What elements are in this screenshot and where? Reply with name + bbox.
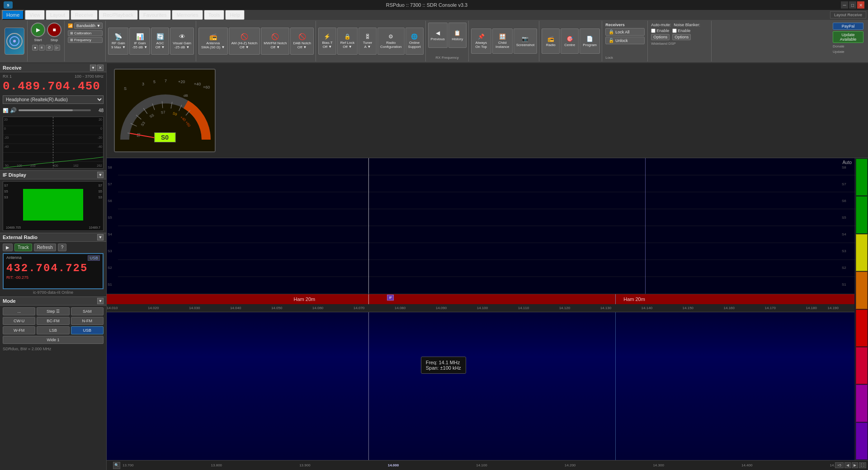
svg-text:+20: +20 [178,80,185,84]
menu-favourites[interactable]: Favourites [139,10,171,20]
support-section: PayPal UpdateAvailable Donate Update [830,21,866,61]
auto-mute-enable[interactable] [651,28,656,33]
online-support-button[interactable]: 🌐 OnlineSupport [406,28,424,55]
freq-tooltip: Freq: 14.1 MHz Span: ±100 kHz [421,357,466,374]
maximize-button[interactable]: □ [849,1,856,9]
ext-status: ic-9700-data-rit Online [3,290,104,295]
always-on-top-button[interactable]: 📌 AlwaysOn Top [471,28,491,54]
bias-t-button[interactable]: ⚡ Bias-TOff ▼ [318,28,336,55]
rx-info: RX 1 100 - 3700 MHz 0.489.704.450 Headph… [0,72,106,107]
external-radio-header: External Radio ▼ [0,233,106,242]
history-button[interactable]: 📋 History [448,23,467,48]
bandwidth-dropdown[interactable]: Bandwidth ▼ [74,23,103,29]
menu-layout[interactable]: Layout [46,10,70,20]
spectrum-display[interactable]: S8 S7 S6 S5 S4 S3 S2 S1 S8 S7 S6 S5 S4 S… [107,158,868,460]
mode-btn-nfm[interactable]: N-FM [71,317,104,325]
rx-frequency: 0.489.704.450 [3,80,104,93]
timer-button[interactable]: ⏱ [46,45,53,51]
freq-zoom-icon[interactable]: 🔍 [113,462,120,469]
menu-tools[interactable]: Tools [204,10,225,20]
external-radio-minimize[interactable]: ▼ [97,234,104,240]
start-button[interactable]: ▶ [31,23,45,37]
dab-notch-button[interactable]: 🚫 DAB NotchOff ▼ [290,28,314,55]
record-button[interactable]: ● [32,45,38,51]
smeter-area: S1 S3 S5 S7 S9 +40 +60 dB S [107,63,868,158]
radio-config-button[interactable]: ⚙ RadioConfiguration [377,28,405,55]
menu-memories[interactable]: Memories [172,10,203,20]
mode-btn-wide1[interactable]: Wide 1 [3,336,104,344]
mode-btn-misc[interactable]: ... [3,307,35,315]
schedule-button[interactable]: ≡ [39,45,45,51]
audio-device-select[interactable]: Headphone (Realtek(R) Audio) [3,95,104,104]
frequency-button[interactable]: ⊞Frequency [68,37,103,43]
visual-gain-button[interactable]: 👁 Visual Gain-25 dB ▼ [170,28,194,55]
tuner-button[interactable]: 🎛 TunerA ▼ [359,28,377,55]
mwfm-notch-button[interactable]: 🚫 MW/FM NotchOff ▼ [261,28,289,55]
spectrum-graph: S8 S7 S6 S5 S4 S3 S2 S1 S8 S7 S6 S5 S4 S… [107,158,854,294]
mode-panel-minimize[interactable]: ▼ [97,298,104,304]
scroll-left-button[interactable]: ◀ [844,462,851,468]
am-notch-button[interactable]: 🚫 AM (Hi-Z) NotchOff ▼ [229,28,260,55]
zoom-x5-button[interactable]: ×5 [835,462,844,468]
misc-section: ⚡ Bias-TOff ▼ 🔒 Ref LockOff ▼ 🎛 TunerA ▼… [316,21,426,61]
update-button[interactable]: UpdateAvailable [833,31,863,43]
svg-point-2 [13,40,16,42]
auto-mute-label: Auto-mute: [651,23,671,27]
if-gain-button[interactable]: 📊 IF Gain-55 dB ▼ [129,28,150,55]
mode-btn-bcfm[interactable]: BC-FM [37,317,69,325]
receive-panel-close[interactable]: ✕ [97,65,104,71]
noise-blanker-options[interactable]: Options [672,34,691,40]
bandwidth-section: 📶 Bandwidth ▼ ⊞Calibration ⊞Frequency [65,21,106,61]
unlock-button[interactable]: 🔓 Unlock [605,37,645,44]
child-instance-button[interactable]: 🪟 ChildInstance [492,28,513,54]
centre-button[interactable]: 🎯 Centre [561,28,579,54]
scroll-right-button[interactable]: ▶ [852,462,858,468]
menu-home[interactable]: Home [2,10,24,20]
mode-btn-wfm[interactable]: W-FM [3,326,35,334]
menu-receive[interactable]: Receive [71,10,98,20]
lock-all-button[interactable]: 🔒 Lock All [605,28,645,36]
noise-blanker-enable[interactable] [672,28,677,33]
smeter-reading: S0 [154,132,175,142]
screenshot-button[interactable]: 📷 Screenshot [514,28,537,54]
fullscreen-button[interactable]: ⛶ [859,462,866,468]
if-display-header: IF Display ▼ [0,170,106,179]
calibration-button[interactable]: ⊞Calibration [68,30,103,36]
agc-button[interactable]: 🔄 AGCOff ▼ [151,28,169,55]
extras-section: 📌 AlwaysOn Top 🪟 ChildInstance 📷 Screens… [469,21,539,61]
menu-recplayback[interactable]: Rec/Playback [99,10,138,20]
svg-text:+60: +60 [203,85,210,89]
radio2-button[interactable]: 📻 Radio [542,28,560,54]
patreon-button[interactable]: PayPal [833,23,863,30]
menubar: Home View Layout Receive Rec/Playback Fa… [0,10,868,20]
volume-slider[interactable] [19,109,91,111]
previous-button[interactable]: ◀ Previous [428,23,448,48]
program-button[interactable]: 📄 Program [580,28,600,54]
mode-btn-cwu[interactable]: CW-U [3,317,35,325]
mode-btn-sam[interactable]: SAM [71,307,104,315]
mode-btn-lsb[interactable]: LSB [37,326,69,334]
ext-play-button[interactable]: ▶ [3,244,13,251]
auto-mute-options[interactable]: Options [651,34,670,40]
gains-section: 📡 RF Gain9 Max ▼ 📊 IF Gain-55 dB ▼ 🔄 AGC… [106,21,196,61]
mode-btn-usb[interactable]: USB [71,326,104,334]
waterfall[interactable]: Freq: 14.1 MHz Span: ±100 kHz [107,312,854,460]
rf-gain-button[interactable]: 📡 RF Gain9 Max ▼ [108,28,128,55]
ext-track-button[interactable]: Track [14,244,32,251]
menu-view[interactable]: View [25,10,45,20]
ext-refresh-button[interactable]: Refresh [34,244,56,251]
auto-label: Auto [842,160,852,165]
stop-button[interactable]: ■ [47,23,61,37]
cursor-line-2 [645,158,646,294]
mode-btn-step[interactable]: Step ☰ [37,307,69,315]
app-logo[interactable] [5,28,24,55]
receive-panel-minimize[interactable]: ▼ [90,65,96,71]
close-button[interactable]: ✕ [857,1,864,9]
minimize-button[interactable]: ─ [841,1,848,9]
more-button[interactable]: ▷ [54,45,60,51]
antenna-button[interactable]: 📻 AntennaSMA (S0 Ω) ▼ [198,28,228,55]
ext-help-button[interactable]: ? [58,244,67,251]
if-display-minimize[interactable]: ▼ [97,172,104,178]
menu-help[interactable]: Help [225,10,245,20]
ref-lock-button[interactable]: 🔒 Ref LockOff ▼ [337,28,358,55]
